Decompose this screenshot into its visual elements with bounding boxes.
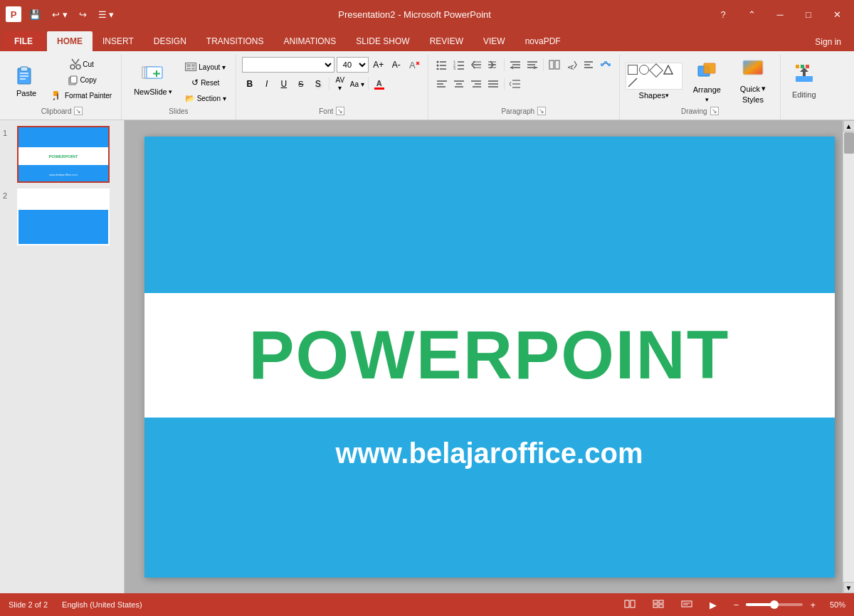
ribbon-collapse-button[interactable]: ⌃ — [740, 3, 763, 26]
font-expand[interactable]: ↘ — [336, 107, 344, 115]
svg-rect-75 — [796, 76, 813, 82]
reading-view-button[interactable] — [678, 598, 695, 612]
columns-button[interactable] — [547, 57, 562, 73]
slideshow-view-button[interactable]: ▶ — [707, 598, 719, 612]
increase-font-button[interactable]: A+ — [371, 57, 386, 73]
arrange-button[interactable]: Arrange ▾ — [687, 58, 727, 105]
tab-animations[interactable]: ANIMATIONS — [273, 31, 346, 51]
char-spacing-button[interactable]: AV ▾ — [332, 76, 348, 92]
shape-line[interactable] — [628, 78, 638, 87]
tab-insert[interactable]: INSERT — [93, 31, 144, 51]
decrease-indent-button[interactable] — [468, 57, 484, 73]
clear-format-button[interactable]: A — [406, 57, 422, 73]
quick-styles-button[interactable]: Quick ▾ Styles — [732, 58, 774, 105]
paragraph-expand[interactable]: ↘ — [537, 107, 546, 115]
ltr-button[interactable] — [524, 57, 540, 73]
font-name-select[interactable] — [242, 57, 334, 73]
paragraph-group: 1.2.3. A — [428, 54, 620, 120]
shape-diamond[interactable] — [649, 63, 663, 78]
smartart-button[interactable] — [598, 57, 613, 73]
tab-novapdf[interactable]: novaPDF — [515, 31, 571, 51]
save-qat-button[interactable]: 💾 — [26, 8, 44, 21]
text-direction-button[interactable]: A — [564, 57, 579, 73]
change-case-button[interactable]: Aa ▾ — [349, 76, 365, 92]
tab-review[interactable]: REVIEW — [420, 31, 473, 51]
justify-button[interactable] — [485, 76, 501, 92]
slide-thumbnail-2[interactable] — [17, 188, 110, 245]
maximize-button[interactable]: □ — [797, 3, 820, 26]
tab-home[interactable]: HOME — [47, 31, 93, 51]
format-painter-button[interactable]: Format Painter — [48, 88, 115, 102]
cut-button[interactable]: Cut — [48, 57, 115, 71]
slidesorter-view-button[interactable] — [650, 598, 667, 612]
paste-button[interactable]: Paste — [9, 57, 44, 104]
scroll-up-arrow[interactable]: ▲ — [843, 120, 855, 132]
slide-thumbnail-1[interactable]: POWERPOINT www.belajaroffice.com — [17, 126, 110, 183]
italic-button[interactable]: I — [259, 76, 275, 92]
close-button[interactable]: ✕ — [826, 3, 848, 26]
copy-button[interactable]: Copy — [48, 73, 115, 87]
underline-button[interactable]: U — [276, 76, 292, 92]
slide-panel: 1 POWERPOINT www.belajaroffice.com 2 — [0, 120, 125, 593]
align-left-button[interactable] — [434, 76, 450, 92]
decrease-font-button[interactable]: A- — [389, 57, 404, 73]
align-right-button[interactable] — [468, 76, 484, 92]
section-icon: 📂 — [185, 94, 195, 103]
zoom-out-button[interactable]: − — [731, 598, 742, 612]
font-group: 40 A+ A- A B I U S S AV ▾ Aa ▾ — [236, 54, 428, 120]
slides-group: New Slide ▾ Layout ▾ ↺ — [122, 54, 236, 120]
tab-transitions[interactable]: TRANSITIONS — [196, 31, 274, 51]
zoom-in-button[interactable]: + — [807, 598, 818, 612]
bold-button[interactable]: B — [242, 76, 258, 92]
para-sep2 — [543, 58, 544, 71]
drawing-expand[interactable]: ↘ — [710, 107, 719, 115]
line-spacing-button[interactable] — [507, 76, 523, 92]
new-slide-button[interactable]: New Slide ▾ — [127, 57, 178, 104]
clipboard-group: Paste Cut Copy Format Painter Clipboard — [3, 54, 122, 120]
minimize-button[interactable]: ─ — [769, 3, 791, 26]
section-button[interactable]: 📂 Section ▾ — [181, 91, 230, 105]
shape-triangle[interactable] — [663, 65, 673, 75]
editing-button[interactable]: Editing — [786, 57, 822, 104]
numbering-button[interactable]: 1.2.3. — [451, 57, 467, 73]
help-button[interactable]: ? — [712, 3, 734, 26]
redo-qat-button[interactable]: ↪ — [75, 8, 90, 21]
quick-styles-label2: Styles — [742, 95, 764, 104]
svg-rect-52 — [608, 63, 611, 66]
zoom-percent[interactable]: 50% — [830, 600, 845, 609]
editing-label: Editing — [792, 90, 816, 99]
tab-file[interactable]: FILE — [3, 31, 44, 51]
reset-button[interactable]: ↺ Reset — [181, 75, 230, 90]
customize-qat-button[interactable]: ☰ ▾ — [95, 8, 118, 21]
clipboard-group-content: Paste Cut Copy Format Painter — [9, 55, 115, 105]
vertical-scrollbar[interactable]: ▲ ▼ — [843, 120, 854, 593]
clipboard-label: Clipboard ↘ — [9, 105, 115, 118]
scroll-thumb[interactable] — [844, 132, 854, 154]
clipboard-expand[interactable]: ↘ — [74, 107, 83, 115]
shapes-expand-icon[interactable]: ▾ — [665, 92, 669, 99]
zoom-thumb[interactable] — [770, 600, 779, 609]
normal-view-button[interactable] — [621, 598, 638, 612]
font-size-select[interactable]: 40 — [337, 57, 369, 73]
tab-view[interactable]: VIEW — [473, 31, 515, 51]
text-shadow-button[interactable]: S — [310, 76, 326, 92]
shape-circle[interactable] — [639, 65, 649, 75]
increase-indent-button[interactable] — [485, 57, 501, 73]
layout-button[interactable]: Layout ▾ — [181, 60, 230, 74]
strikethrough-button[interactable]: S — [293, 76, 309, 92]
undo-qat-button[interactable]: ↩ ▾ — [48, 8, 71, 21]
tab-slideshow[interactable]: SLIDE SHOW — [346, 31, 419, 51]
bullets-button[interactable] — [434, 57, 450, 73]
font-color-button[interactable]: A — [371, 76, 387, 92]
sign-in-link[interactable]: Sign in — [805, 33, 851, 51]
slide-canvas[interactable]: POWERPOINT www.belajaroffice.com — [144, 137, 835, 578]
shapes-label: Shapes — [639, 91, 665, 100]
scroll-down-arrow[interactable]: ▼ — [843, 582, 855, 593]
align-text-button[interactable] — [581, 57, 596, 73]
tab-design[interactable]: DESIGN — [144, 31, 196, 51]
shape-rect[interactable] — [628, 65, 638, 75]
para-sep1 — [504, 58, 505, 71]
main-slide-area: POWERPOINT www.belajaroffice.com ▲ ▼ — [125, 120, 854, 593]
rtl-button[interactable] — [507, 57, 523, 73]
align-center-button[interactable] — [451, 76, 467, 92]
